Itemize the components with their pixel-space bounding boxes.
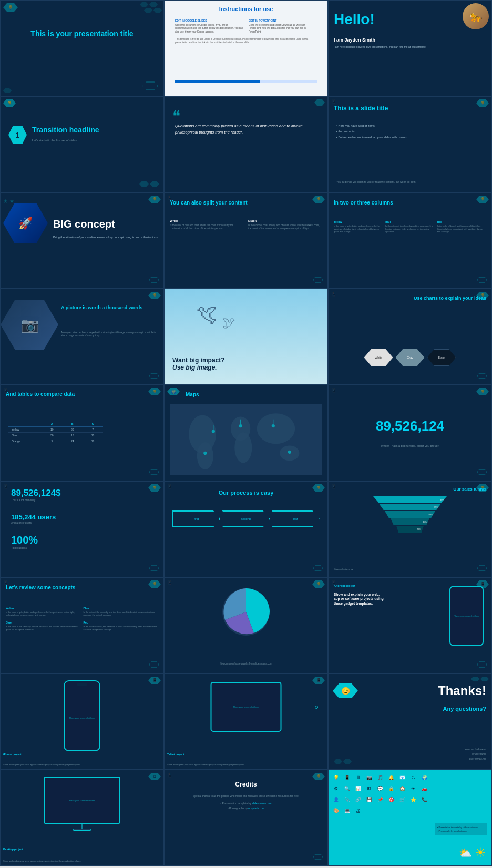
tablet-body: Show and explain your web, app or softwa… xyxy=(167,763,325,767)
slide-22: 📱 Place your screenshot here iPhone proj… xyxy=(0,673,164,770)
slide-4: 💡 1 Transition headline Let's start with… xyxy=(0,96,164,192)
stat3-label: Total success! xyxy=(11,546,38,549)
instructions-body: EDIT IN GOOGLE SLIDES Open this document… xyxy=(175,16,317,44)
col2-title: EDIT IN POWERPOINT xyxy=(249,19,317,23)
progress-bar xyxy=(175,80,317,83)
bird-icon: 🕊 xyxy=(196,302,217,326)
svg-point-11 xyxy=(288,451,291,454)
transition-subtitle: Let's start with the first set of slides xyxy=(32,139,77,142)
svg-point-7 xyxy=(212,430,215,433)
step-3: last xyxy=(272,510,320,527)
stat-1-block: 89,526,124$ That's a lot of money xyxy=(11,488,61,502)
stat1-num: 89,526,124$ xyxy=(11,488,61,498)
review-cols: Yellow Is the color of gold, butter and … xyxy=(6,607,158,631)
slide-12: 💡 📱 Use charts to explain your ideas Whi… xyxy=(328,289,492,385)
hex-chart-row: White Gray Black xyxy=(364,349,456,366)
slide-19: 💡 📱 Let's review some concepts Yellow Is… xyxy=(0,577,164,673)
tablet-label: Tablet project xyxy=(167,753,184,756)
review-title: Let's review some concepts xyxy=(6,584,75,591)
slide-18: 💡 📱 Our sales funnel 80% 65% 50% 35% 20%… xyxy=(328,481,492,577)
data-table: A B C Yellow 10 20 7 Blue 30 15 10 xyxy=(8,421,103,444)
thanks-contact: You can find me at @username user@mail.m… xyxy=(465,747,486,761)
slide-24: 😊 Thanks! Any questions? You can find me… xyxy=(328,673,492,770)
process-title: Our process is easy xyxy=(219,489,274,496)
cols-title: In two or three columns xyxy=(334,199,486,206)
slide-1: 💡 This is your presentation title xyxy=(0,0,164,96)
monitor-stand xyxy=(73,824,91,831)
slide-13: 💡 📱 And tables to compare data A B C Yel… xyxy=(0,385,164,481)
big-concept-title: BIG concept xyxy=(53,218,115,230)
col1-body: Open this document in Google Slides. If … xyxy=(175,24,243,34)
slide6-body: You audience will listen to you or read … xyxy=(336,180,484,185)
slide-14: 🌍 Maps xyxy=(164,385,328,481)
pic-title: A picture is worth a thousand words xyxy=(61,305,161,311)
stat2-label: And a lot of users xyxy=(11,521,56,524)
hex-white: White xyxy=(364,349,393,366)
icon-grid: 💡 📱 🖥 📷 🎵 🔔 📧 🗂 🌍 ⚙ 🔍 📊 🗓 💬 🔒 🏠 ✈ 🚗 👤 📎 … xyxy=(331,773,430,828)
slide-16: 💡 📱 89,526,124$ That's a lot of money 18… xyxy=(0,481,164,577)
col1-body: Is the color of gold, butter and ripe le… xyxy=(334,224,383,233)
desktop-label: Desktop project xyxy=(3,847,23,851)
big-number-caption: Whoa! That's a big number, aren't you pr… xyxy=(381,444,439,447)
big-concept-body: Bring the attention of your audience ove… xyxy=(53,235,158,239)
funnel-title: Our sales funnel xyxy=(453,487,486,492)
slide6-list: • Here you have a list of items • And so… xyxy=(336,123,407,140)
charts-title: Use charts to explain your ideas xyxy=(414,295,486,302)
slide6-title: This is a slide title xyxy=(334,105,486,112)
col2-body: Is the colour of the clear sky and the d… xyxy=(385,224,434,233)
slide-3: 🐆 Hello! I am Jayden Smith I am here bec… xyxy=(328,0,492,96)
instructions-title: Instructions for use xyxy=(219,6,273,12)
hello-name: I am Jayden Smith xyxy=(334,37,375,43)
photo-hex: 📷 xyxy=(1,300,58,350)
col2-title: Blue xyxy=(385,220,434,223)
tablet-device-frame: Place your screenshot here xyxy=(211,682,282,732)
slide-10: 💡 📷 A picture is worth a thousand words … xyxy=(0,289,164,385)
tablet-home-button xyxy=(315,706,318,709)
icon-legend-box: • Presentation template by slidesmania.c… xyxy=(435,823,487,835)
android-device-frame: Place your screenshot here xyxy=(449,586,484,646)
android-project-title: Show and explain your web, app or softwa… xyxy=(334,593,386,606)
slide-21: 📱 📱 Place your screenshot here Android p… xyxy=(328,577,492,673)
col1-title: EDIT IN GOOGLE SLIDES xyxy=(175,19,243,23)
pic-body: A complex idea can be conveyed with just… xyxy=(61,331,161,338)
big-hex-decoration: 🚀 xyxy=(3,203,48,243)
big-number: 89,526,124 xyxy=(376,418,444,435)
hello-title: Hello! xyxy=(334,11,375,28)
slide-5: ❝ Quotations are commonly printed as a m… xyxy=(164,96,328,192)
slide-title: This is your presentation title xyxy=(17,29,147,38)
hex-gray: Gray xyxy=(396,349,425,366)
pie-caption: You can copy/paste graphs from slidesman… xyxy=(220,662,272,665)
col2-title: Black xyxy=(248,219,322,222)
cols-grid: Yellow Is the color of gold, butter and … xyxy=(334,220,486,233)
map-area xyxy=(170,404,322,475)
funnel-credit: Diagram featured by xyxy=(334,568,353,570)
credits-title: Credits xyxy=(235,781,257,788)
slide-26: 💡 📱 Credits Special thanks to all the pe… xyxy=(164,770,328,866)
quote-mark: ❝ xyxy=(172,107,180,125)
svg-point-2 xyxy=(197,442,213,469)
bird-icon-2: 🕊 xyxy=(222,315,235,331)
hello-body: I am here because I love to give present… xyxy=(334,45,426,49)
maps-title: Maps xyxy=(186,392,199,397)
quote-text: Quotations are commonly printed as a mea… xyxy=(175,123,317,136)
instructions-note: This template is free to use under a Cre… xyxy=(175,38,317,45)
slide-7: 💡 🚀 ★ ★ BIG concept Bring the attention … xyxy=(0,192,164,289)
stat-2-block: 185,244 users And a lot of users xyxy=(11,513,56,524)
slide-11: 🕊 🕊 Want big impact? Use big image. xyxy=(164,289,328,385)
slide-2: Instructions for use EDIT IN GOOGLE SLID… xyxy=(164,0,328,96)
svg-point-4 xyxy=(234,433,252,463)
thanks-title: Thanks! xyxy=(438,683,486,698)
desktop-monitor-frame: Place your screenshot here xyxy=(44,777,120,824)
stat3-num: 100% xyxy=(11,534,38,546)
svg-point-5 xyxy=(257,413,295,444)
pie-chart xyxy=(220,586,272,640)
slide-8: 💡 📱 You can also split your content Whit… xyxy=(164,192,328,289)
svg-point-8 xyxy=(239,424,242,427)
col3-body: Is the color of blood, and because of th… xyxy=(437,224,486,233)
stat1-label: That's a lot of money xyxy=(11,498,61,502)
transition-number: 1 xyxy=(16,131,20,139)
col3-title: Red xyxy=(437,220,486,223)
col1-title: White xyxy=(170,219,244,222)
slide-23: 📱 Place your screenshot here Tablet proj… xyxy=(164,673,328,770)
svg-point-9 xyxy=(272,424,275,427)
